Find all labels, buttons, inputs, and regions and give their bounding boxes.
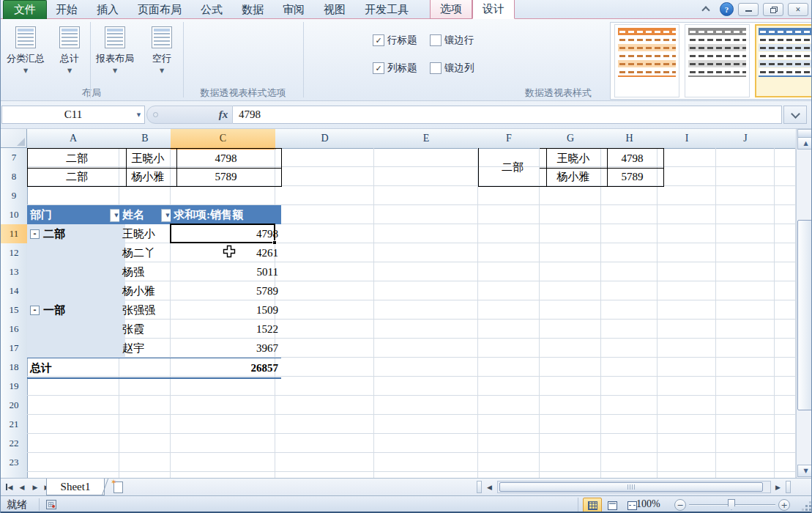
tab-选项[interactable]: 选项 — [430, 0, 472, 19]
col-header-D[interactable]: D — [275, 129, 375, 149]
zoom-level[interactable]: 100% — [636, 498, 660, 510]
hscroll-right-icon[interactable]: ▶ — [772, 481, 783, 493]
cell-C15[interactable]: 1509 — [171, 300, 281, 320]
row-header-20[interactable]: 20 — [1, 396, 28, 416]
cell-A17[interactable] — [27, 339, 125, 358]
cell-B14[interactable]: 杨小雅 — [119, 281, 176, 300]
row-header-24[interactable]: 24 — [1, 472, 28, 478]
tab-scrollbar-splitter[interactable] — [477, 481, 482, 493]
tab-file[interactable]: 文件 — [3, 0, 47, 19]
expand-formula-bar-icon[interactable] — [783, 106, 807, 124]
col-header-C[interactable]: C — [171, 129, 276, 150]
tab-页面布局[interactable]: 页面布局 — [128, 1, 191, 19]
col-header-H[interactable]: H — [601, 129, 658, 149]
cell-A12[interactable] — [27, 243, 125, 262]
cell-H7[interactable]: 4798 — [601, 148, 664, 169]
help-icon[interactable]: ? — [720, 2, 734, 16]
row-header-17[interactable]: 17 — [1, 339, 28, 358]
collapse-icon[interactable]: - — [30, 306, 40, 315]
cell-B8[interactable]: 杨小雅 — [119, 167, 177, 187]
select-all-corner[interactable] — [1, 129, 27, 148]
cell-A7[interactable]: 二部 — [27, 148, 127, 169]
col-header-J[interactable]: J — [716, 129, 775, 149]
zoom-slider-thumb[interactable] — [728, 499, 735, 510]
cell-B15[interactable]: 张强强 — [119, 300, 176, 320]
tab-视图[interactable]: 视图 — [314, 1, 355, 19]
cell-A10[interactable]: 部门▼ — [27, 205, 125, 224]
cell-B12[interactable]: 杨二丫 — [119, 243, 176, 262]
horizontal-scroll-thumb[interactable] — [499, 482, 763, 492]
cell-A11[interactable]: -二部 — [27, 224, 125, 243]
cell-C18[interactable]: 26857 — [171, 358, 281, 379]
col-header-G[interactable]: G — [540, 129, 602, 149]
resize-grip[interactable] — [802, 501, 811, 511]
cell-B7[interactable]: 王晓小 — [119, 148, 177, 169]
tab-插入[interactable]: 插入 — [87, 1, 128, 19]
cell-C13[interactable]: 5011 — [171, 262, 281, 281]
close-icon[interactable]: × — [788, 3, 808, 16]
row-header-22[interactable]: 22 — [1, 434, 28, 454]
row-header-12[interactable]: 12 — [1, 243, 28, 263]
tab-审阅[interactable]: 审阅 — [273, 1, 314, 19]
normal-view-icon[interactable] — [583, 498, 602, 513]
sheet-tab-sheet1[interactable]: Sheet1 — [46, 479, 105, 495]
cell-A15[interactable]: -一部 — [27, 300, 125, 320]
row-header-13[interactable]: 13 — [1, 262, 28, 282]
cell-C7[interactable]: 4798 — [171, 148, 282, 169]
tab-开发工具[interactable]: 开发工具 — [355, 1, 418, 19]
name-box[interactable]: C11 — [1, 106, 145, 124]
cell-B13[interactable]: 杨强 — [119, 262, 176, 281]
cell-A18[interactable]: 总计 — [27, 358, 125, 379]
tab-开始[interactable]: 开始 — [46, 1, 87, 19]
row-header-21[interactable]: 21 — [1, 415, 28, 435]
col-header-partial[interactable] — [775, 129, 796, 149]
formula-input[interactable]: 4798 — [233, 106, 782, 124]
row-header-19[interactable]: 19 — [1, 377, 28, 396]
col-header-I[interactable]: I — [658, 129, 717, 149]
tab-设计[interactable]: 设计 — [472, 0, 515, 19]
row-header-9[interactable]: 9 — [1, 186, 28, 206]
restore-icon[interactable] — [763, 3, 783, 16]
cell-B18[interactable] — [119, 358, 176, 379]
cell-C10[interactable]: 求和项:销售额 — [171, 205, 281, 224]
cell-A16[interactable] — [27, 320, 125, 339]
page-layout-view-icon[interactable] — [603, 498, 622, 513]
insert-worksheet-icon[interactable]: ✶ — [112, 481, 125, 493]
ribbon-button-空行[interactable]: 空行▼ — [141, 23, 182, 95]
cell-H8[interactable]: 5789 — [601, 167, 664, 187]
row-header-15[interactable]: 15 — [1, 300, 28, 320]
col-header-A[interactable]: A — [27, 129, 120, 149]
scrollbar-splitter[interactable] — [786, 481, 791, 493]
macro-record-icon[interactable] — [46, 500, 56, 509]
prev-sheet-icon[interactable]: ◀ — [17, 481, 27, 492]
collapse-icon[interactable]: - — [30, 229, 40, 239]
insert-function-icon[interactable]: fx — [215, 107, 231, 122]
cell-C17[interactable]: 3967 — [171, 339, 281, 358]
cell-C14[interactable]: 5789 — [171, 281, 281, 300]
cell-A14[interactable] — [27, 281, 125, 300]
hscroll-left-icon[interactable]: ◀ — [484, 481, 495, 493]
ribbon-button-总计[interactable]: 总计▼ — [49, 23, 90, 95]
col-header-F[interactable]: F — [478, 129, 540, 149]
row-header-8[interactable]: 8 — [1, 167, 28, 187]
row-header-14[interactable]: 14 — [1, 281, 28, 301]
scroll-up-icon[interactable]: ▲ — [797, 137, 812, 150]
row-header-10[interactable]: 10 — [1, 205, 28, 225]
fill-handle[interactable] — [272, 240, 277, 245]
minimize-icon[interactable] — [738, 3, 759, 16]
col-header-B[interactable]: B — [119, 129, 171, 149]
row-header-11[interactable]: 11 — [1, 224, 29, 244]
cell-C16[interactable]: 1522 — [171, 320, 281, 339]
row-header-18[interactable]: 18 — [1, 358, 28, 377]
cell-B17[interactable]: 赵宇 — [119, 339, 176, 358]
cell-B10[interactable]: 姓名▼ — [119, 205, 176, 224]
tab-数据[interactable]: 数据 — [232, 1, 273, 19]
row-header-16[interactable]: 16 — [1, 320, 28, 339]
zoom-in-icon[interactable]: + — [778, 499, 790, 511]
cell-G7[interactable]: 王晓小 — [540, 148, 608, 169]
row-header-7[interactable]: 7 — [1, 148, 28, 168]
col-header-E[interactable]: E — [374, 129, 479, 149]
zoom-out-icon[interactable]: − — [674, 499, 686, 511]
cell-B11[interactable]: 王晓小 — [119, 224, 176, 243]
vertical-scrollbar[interactable]: ▲ ▼ — [796, 129, 812, 478]
